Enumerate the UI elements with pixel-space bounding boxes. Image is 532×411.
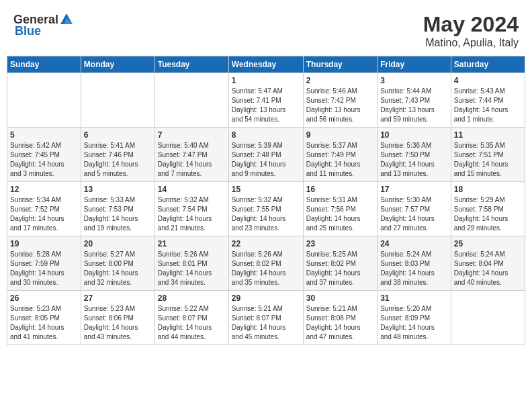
day-info: Sunrise: 5:43 AM Sunset: 7:44 PM Dayligh… bbox=[454, 87, 522, 124]
day-info: Sunrise: 5:41 AM Sunset: 7:46 PM Dayligh… bbox=[84, 141, 152, 179]
calendar-day-cell: 23Sunrise: 5:25 AM Sunset: 8:02 PM Dayli… bbox=[303, 236, 377, 291]
day-info: Sunrise: 5:44 AM Sunset: 7:43 PM Dayligh… bbox=[380, 87, 448, 124]
day-number: 19 bbox=[10, 239, 78, 248]
day-number: 31 bbox=[380, 293, 448, 303]
day-number: 26 bbox=[10, 293, 78, 303]
day-number: 28 bbox=[158, 293, 226, 303]
weekday-header-cell: Saturday bbox=[451, 56, 525, 73]
day-info: Sunrise: 5:31 AM Sunset: 7:56 PM Dayligh… bbox=[306, 195, 374, 233]
calendar-day-cell: 16Sunrise: 5:31 AM Sunset: 7:56 PM Dayli… bbox=[303, 182, 377, 236]
weekday-header-cell: Wednesday bbox=[228, 56, 303, 73]
day-info: Sunrise: 5:39 AM Sunset: 7:48 PM Dayligh… bbox=[232, 141, 300, 179]
day-info: Sunrise: 5:21 AM Sunset: 8:08 PM Dayligh… bbox=[306, 304, 374, 342]
calendar-week-row: 12Sunrise: 5:34 AM Sunset: 7:52 PM Dayli… bbox=[7, 182, 525, 236]
calendar-day-cell: 21Sunrise: 5:26 AM Sunset: 8:01 PM Dayli… bbox=[154, 236, 228, 291]
calendar-day-cell: 19Sunrise: 5:28 AM Sunset: 7:59 PM Dayli… bbox=[7, 236, 81, 291]
calendar-body: 1Sunrise: 5:47 AM Sunset: 7:41 PM Daylig… bbox=[7, 73, 525, 345]
calendar-day-cell: 26Sunrise: 5:23 AM Sunset: 8:05 PM Dayli… bbox=[7, 291, 81, 345]
day-info: Sunrise: 5:37 AM Sunset: 7:49 PM Dayligh… bbox=[306, 141, 374, 179]
calendar-day-cell: 2Sunrise: 5:46 AM Sunset: 7:42 PM Daylig… bbox=[303, 73, 377, 128]
calendar-day-cell: 22Sunrise: 5:26 AM Sunset: 8:02 PM Dayli… bbox=[228, 236, 303, 291]
day-number: 11 bbox=[454, 130, 522, 140]
month-title: May 2024 bbox=[423, 12, 519, 37]
day-info: Sunrise: 5:28 AM Sunset: 7:59 PM Dayligh… bbox=[10, 250, 78, 287]
day-number: 24 bbox=[380, 239, 448, 248]
calendar-day-cell: 20Sunrise: 5:27 AM Sunset: 8:00 PM Dayli… bbox=[81, 236, 154, 291]
day-number: 20 bbox=[84, 239, 152, 248]
calendar-day-cell bbox=[7, 73, 81, 128]
day-info: Sunrise: 5:26 AM Sunset: 8:02 PM Dayligh… bbox=[232, 250, 300, 287]
logo-blue-text: Blue bbox=[15, 24, 41, 38]
day-info: Sunrise: 5:30 AM Sunset: 7:57 PM Dayligh… bbox=[380, 195, 448, 233]
day-number: 12 bbox=[10, 185, 78, 194]
calendar-day-cell: 10Sunrise: 5:36 AM Sunset: 7:50 PM Dayli… bbox=[378, 128, 451, 182]
calendar-day-cell bbox=[154, 73, 228, 128]
day-info: Sunrise: 5:32 AM Sunset: 7:54 PM Dayligh… bbox=[158, 195, 226, 233]
calendar-day-cell: 4Sunrise: 5:43 AM Sunset: 7:44 PM Daylig… bbox=[451, 73, 525, 128]
day-number: 1 bbox=[232, 76, 300, 85]
day-number: 14 bbox=[158, 185, 226, 194]
day-number: 16 bbox=[306, 185, 374, 194]
calendar-week-row: 1Sunrise: 5:47 AM Sunset: 7:41 PM Daylig… bbox=[7, 73, 525, 128]
calendar-day-cell: 24Sunrise: 5:24 AM Sunset: 8:03 PM Dayli… bbox=[378, 236, 451, 291]
day-info: Sunrise: 5:24 AM Sunset: 8:03 PM Dayligh… bbox=[380, 250, 448, 287]
day-info: Sunrise: 5:29 AM Sunset: 7:58 PM Dayligh… bbox=[454, 195, 522, 233]
calendar-day-cell: 31Sunrise: 5:20 AM Sunset: 8:09 PM Dayli… bbox=[378, 291, 451, 345]
calendar-day-cell: 17Sunrise: 5:30 AM Sunset: 7:57 PM Dayli… bbox=[378, 182, 451, 236]
calendar-week-row: 26Sunrise: 5:23 AM Sunset: 8:05 PM Dayli… bbox=[7, 291, 525, 345]
calendar-day-cell: 18Sunrise: 5:29 AM Sunset: 7:58 PM Dayli… bbox=[451, 182, 525, 236]
day-number: 6 bbox=[84, 130, 152, 140]
day-number: 21 bbox=[158, 239, 226, 248]
calendar-day-cell: 8Sunrise: 5:39 AM Sunset: 7:48 PM Daylig… bbox=[228, 128, 303, 182]
calendar-day-cell: 28Sunrise: 5:22 AM Sunset: 8:07 PM Dayli… bbox=[154, 291, 228, 345]
calendar-day-cell: 29Sunrise: 5:21 AM Sunset: 8:07 PM Dayli… bbox=[228, 291, 303, 345]
calendar-week-row: 5Sunrise: 5:42 AM Sunset: 7:45 PM Daylig… bbox=[7, 128, 525, 182]
day-info: Sunrise: 5:27 AM Sunset: 8:00 PM Dayligh… bbox=[84, 250, 152, 287]
day-number: 25 bbox=[454, 239, 522, 248]
calendar-day-cell: 9Sunrise: 5:37 AM Sunset: 7:49 PM Daylig… bbox=[303, 128, 377, 182]
day-info: Sunrise: 5:32 AM Sunset: 7:55 PM Dayligh… bbox=[232, 195, 300, 233]
day-info: Sunrise: 5:42 AM Sunset: 7:45 PM Dayligh… bbox=[10, 141, 78, 179]
weekday-header-cell: Monday bbox=[81, 56, 154, 73]
calendar-day-cell: 3Sunrise: 5:44 AM Sunset: 7:43 PM Daylig… bbox=[378, 73, 451, 128]
calendar-day-cell: 15Sunrise: 5:32 AM Sunset: 7:55 PM Dayli… bbox=[228, 182, 303, 236]
day-number: 2 bbox=[306, 76, 374, 85]
day-info: Sunrise: 5:47 AM Sunset: 7:41 PM Dayligh… bbox=[232, 87, 300, 124]
calendar-day-cell: 5Sunrise: 5:42 AM Sunset: 7:45 PM Daylig… bbox=[7, 128, 81, 182]
day-info: Sunrise: 5:40 AM Sunset: 7:47 PM Dayligh… bbox=[158, 141, 226, 179]
calendar: SundayMondayTuesdayWednesdayThursdayFrid… bbox=[7, 56, 525, 345]
day-number: 23 bbox=[306, 239, 374, 248]
calendar-day-cell: 7Sunrise: 5:40 AM Sunset: 7:47 PM Daylig… bbox=[154, 128, 228, 182]
day-number: 5 bbox=[10, 130, 78, 140]
day-number: 13 bbox=[84, 185, 152, 194]
calendar-day-cell: 11Sunrise: 5:35 AM Sunset: 7:51 PM Dayli… bbox=[451, 128, 525, 182]
weekday-header-cell: Thursday bbox=[303, 56, 377, 73]
calendar-day-cell: 14Sunrise: 5:32 AM Sunset: 7:54 PM Dayli… bbox=[154, 182, 228, 236]
day-info: Sunrise: 5:21 AM Sunset: 8:07 PM Dayligh… bbox=[232, 304, 300, 342]
day-info: Sunrise: 5:34 AM Sunset: 7:52 PM Dayligh… bbox=[10, 195, 78, 233]
title-block: May 2024 Matino, Apulia, Italy bbox=[423, 12, 519, 49]
day-number: 15 bbox=[232, 185, 300, 194]
day-number: 27 bbox=[84, 293, 152, 303]
day-number: 7 bbox=[158, 130, 226, 140]
day-info: Sunrise: 5:20 AM Sunset: 8:09 PM Dayligh… bbox=[380, 304, 448, 342]
calendar-day-cell: 30Sunrise: 5:21 AM Sunset: 8:08 PM Dayli… bbox=[303, 291, 377, 345]
weekday-header-row: SundayMondayTuesdayWednesdayThursdayFrid… bbox=[7, 56, 525, 73]
calendar-day-cell: 13Sunrise: 5:33 AM Sunset: 7:53 PM Dayli… bbox=[81, 182, 154, 236]
location-title: Matino, Apulia, Italy bbox=[423, 37, 519, 49]
day-info: Sunrise: 5:22 AM Sunset: 8:07 PM Dayligh… bbox=[158, 304, 226, 342]
calendar-week-row: 19Sunrise: 5:28 AM Sunset: 7:59 PM Dayli… bbox=[7, 236, 525, 291]
calendar-day-cell: 12Sunrise: 5:34 AM Sunset: 7:52 PM Dayli… bbox=[7, 182, 81, 236]
calendar-day-cell bbox=[81, 73, 154, 128]
logo-icon bbox=[59, 12, 74, 27]
logo: General Blue bbox=[13, 12, 74, 38]
day-info: Sunrise: 5:36 AM Sunset: 7:50 PM Dayligh… bbox=[380, 141, 448, 179]
day-info: Sunrise: 5:35 AM Sunset: 7:51 PM Dayligh… bbox=[454, 141, 522, 179]
calendar-day-cell: 27Sunrise: 5:23 AM Sunset: 8:06 PM Dayli… bbox=[81, 291, 154, 345]
weekday-header-cell: Sunday bbox=[7, 56, 81, 73]
day-number: 10 bbox=[380, 130, 448, 140]
day-number: 9 bbox=[306, 130, 374, 140]
header: General Blue May 2024 Matino, Apulia, It… bbox=[7, 7, 525, 52]
calendar-day-cell: 1Sunrise: 5:47 AM Sunset: 7:41 PM Daylig… bbox=[228, 73, 303, 128]
day-info: Sunrise: 5:23 AM Sunset: 8:05 PM Dayligh… bbox=[10, 304, 78, 342]
